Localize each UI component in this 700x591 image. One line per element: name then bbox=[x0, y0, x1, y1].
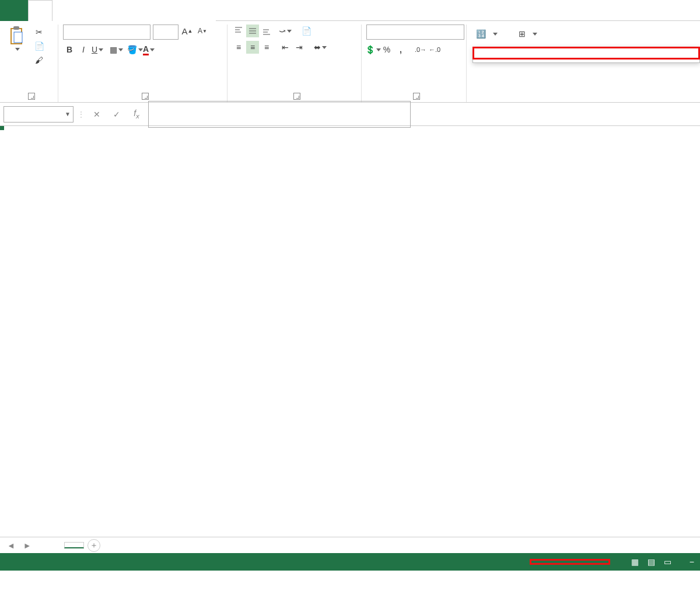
increase-decimal-button[interactable]: .0→ bbox=[414, 43, 427, 56]
copy-icon: 📄 bbox=[34, 41, 44, 51]
tab-view[interactable] bbox=[169, 0, 192, 21]
fill-color-button[interactable]: 🪣 bbox=[128, 43, 141, 56]
accounting-format-button[interactable]: 💲 bbox=[366, 43, 379, 56]
insert-cells-icon: ⊞ bbox=[519, 29, 526, 39]
dropdown-icon bbox=[533, 33, 537, 36]
context-menu-title bbox=[473, 47, 700, 60]
grow-font-button[interactable]: A▲ bbox=[181, 25, 194, 37]
dialog-launcher-icon[interactable] bbox=[28, 93, 35, 100]
status-aggregates bbox=[530, 559, 610, 565]
zoom-out-button[interactable]: − bbox=[690, 557, 694, 566]
format-painter-button[interactable]: 🖌 bbox=[33, 54, 46, 67]
comma-button[interactable]: , bbox=[394, 43, 407, 56]
normal-view-button[interactable]: ▦ bbox=[628, 556, 643, 568]
paste-button[interactable] bbox=[5, 25, 30, 53]
cond-fmt-icon: 🔢 bbox=[476, 29, 486, 39]
new-sheet-button[interactable]: ＋ bbox=[88, 539, 100, 552]
percent-button[interactable]: % bbox=[380, 43, 393, 56]
sheet-tab[interactable] bbox=[64, 542, 84, 548]
dropdown-icon bbox=[493, 33, 498, 36]
border-icon: ▦ bbox=[110, 45, 117, 54]
orientation-button[interactable]: ⤻ bbox=[279, 25, 292, 37]
enter-formula-button[interactable]: ✓ bbox=[108, 106, 125, 123]
dialog-launcher-icon[interactable] bbox=[293, 93, 300, 100]
font-size-combo[interactable] bbox=[153, 25, 178, 40]
sheet-nav-next[interactable]: ► bbox=[21, 541, 34, 550]
chevron-down-icon: ▼ bbox=[65, 111, 71, 117]
formula-bar: ▼ ⋮ ✕ ✓ fx bbox=[0, 103, 700, 126]
orientation-icon: ⤻ bbox=[279, 26, 286, 36]
group-number: 💲 % , .0→ ←.0 bbox=[362, 25, 467, 102]
bucket-icon: 🪣 bbox=[127, 45, 137, 54]
brush-icon: 🖌 bbox=[35, 55, 43, 65]
svg-rect-1 bbox=[13, 26, 19, 30]
tab-page-layout[interactable] bbox=[76, 0, 99, 21]
align-top-button[interactable] bbox=[232, 25, 245, 37]
tab-addins[interactable] bbox=[192, 0, 216, 21]
tab-formulas[interactable] bbox=[99, 0, 123, 21]
merge-center-button[interactable]: ⬌ bbox=[314, 41, 327, 54]
italic-button[interactable]: I bbox=[77, 43, 90, 56]
align-right-button[interactable]: ≡ bbox=[260, 41, 273, 54]
align-middle-button[interactable] bbox=[246, 25, 259, 37]
group-font: A▲ A▼ B I U ▦ 🪣 A bbox=[58, 25, 228, 102]
merge-icon: ⬌ bbox=[314, 43, 321, 52]
wrap-text-button[interactable]: 📄 bbox=[300, 25, 313, 37]
borders-button[interactable]: ▦ bbox=[110, 43, 123, 56]
shrink-font-button[interactable]: A▼ bbox=[196, 25, 209, 37]
name-box[interactable]: ▼ bbox=[4, 106, 74, 123]
cancel-formula-button[interactable]: ✕ bbox=[89, 106, 105, 123]
sheet-nav-prev[interactable]: ◄ bbox=[5, 541, 18, 550]
clipboard-icon bbox=[8, 27, 27, 46]
align-bottom-button[interactable] bbox=[260, 25, 273, 37]
group-alignment: ⤻ 📄 ≡ ≡ ≡ ⇤ ⇥ ⬌ bbox=[228, 25, 362, 102]
increase-indent-button[interactable]: ⇥ bbox=[293, 41, 306, 54]
currency-icon: 💲 bbox=[365, 45, 375, 54]
dialog-launcher-icon[interactable] bbox=[413, 93, 420, 100]
insert-function-button[interactable]: fx bbox=[128, 106, 145, 123]
font-color-button[interactable]: A bbox=[142, 43, 155, 56]
underline-button[interactable]: U bbox=[91, 43, 104, 56]
page-break-view-button[interactable]: ▭ bbox=[660, 556, 676, 568]
bold-button[interactable]: B bbox=[63, 43, 76, 56]
font-color-icon: A bbox=[143, 44, 149, 55]
insert-cells-button[interactable]: ⊞ bbox=[514, 27, 542, 41]
group-styles-cells: 🔢 ⊞ bbox=[467, 25, 700, 102]
copy-button[interactable]: 📄 bbox=[33, 40, 46, 53]
decrease-indent-button[interactable]: ⇤ bbox=[279, 41, 292, 54]
tab-data[interactable] bbox=[123, 0, 146, 21]
tab-file[interactable] bbox=[0, 0, 28, 21]
status-bar: ▦ ▤ ▭ − bbox=[0, 553, 700, 571]
formula-input[interactable] bbox=[148, 101, 411, 128]
wrap-icon: 📄 bbox=[302, 26, 312, 36]
font-name-combo[interactable] bbox=[63, 25, 150, 40]
tab-review[interactable] bbox=[146, 0, 169, 21]
page-layout-view-button[interactable]: ▤ bbox=[644, 556, 659, 568]
dropdown-icon bbox=[15, 48, 20, 51]
tab-insert[interactable] bbox=[52, 0, 76, 21]
scissors-icon: ✂ bbox=[36, 27, 43, 37]
number-format-combo[interactable] bbox=[366, 25, 464, 40]
group-clipboard: ✂ 📄 🖌 bbox=[0, 25, 58, 102]
svg-rect-2 bbox=[14, 32, 22, 43]
align-left-button[interactable]: ≡ bbox=[232, 41, 245, 54]
spreadsheet-grid[interactable] bbox=[0, 126, 700, 537]
dialog-launcher-icon[interactable] bbox=[142, 93, 149, 100]
customize-status-bar-menu bbox=[473, 47, 700, 63]
align-center-button[interactable]: ≡ bbox=[246, 41, 259, 54]
ribbon-tabs bbox=[0, 0, 700, 21]
tab-home[interactable] bbox=[28, 0, 52, 21]
cut-button[interactable]: ✂ bbox=[33, 26, 46, 39]
decrease-decimal-button[interactable]: ←.0 bbox=[428, 43, 441, 56]
sheet-tab-bar: ◄ ► ＋ bbox=[0, 537, 700, 553]
conditional-formatting-button[interactable]: 🔢 bbox=[471, 27, 502, 41]
